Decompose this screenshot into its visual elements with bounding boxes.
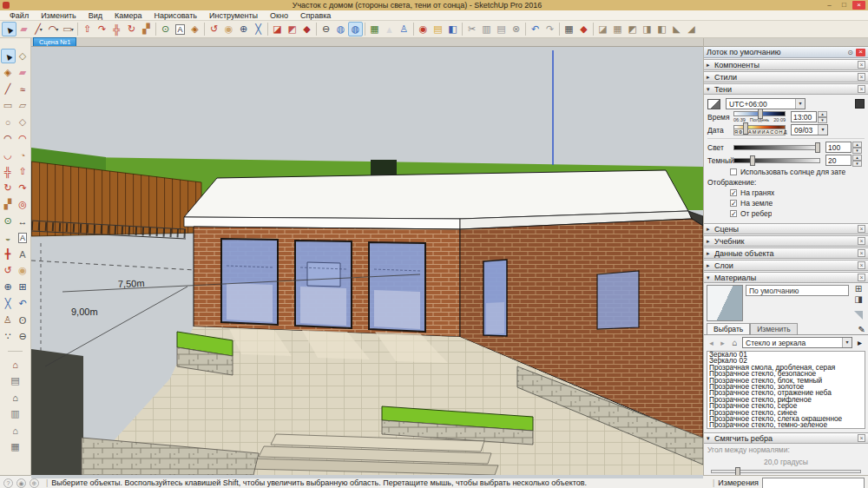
rotate-tool-button[interactable]: ↻ <box>124 22 139 36</box>
panel-close-button[interactable]: × <box>858 85 865 93</box>
time-slider[interactable] <box>733 111 786 116</box>
line-tool-button[interactable]: ╱▾ <box>31 22 46 36</box>
chevron-down-icon[interactable]: ▾ <box>795 99 805 109</box>
collection-select[interactable]: Стекло и зеркала ▾ <box>742 337 852 348</box>
arc-tool-button[interactable]: ◠▾ <box>46 22 61 36</box>
print-button[interactable]: ▦ <box>562 22 576 36</box>
menu-draw[interactable]: Нарисовать <box>148 11 203 20</box>
follow-me-tool-button[interactable]: ↷ <box>95 22 109 36</box>
3d-text-tool-button[interactable]: A <box>16 247 30 261</box>
push-pull-tool-button[interactable]: ⇧ <box>80 22 95 36</box>
panel-shadows-header[interactable]: ▾ Тени × <box>704 83 868 95</box>
menu-window[interactable]: Окно <box>264 11 294 20</box>
house-roof[interactable] <box>184 170 688 219</box>
panel-close-button[interactable]: × <box>858 261 865 269</box>
arc-tool-button[interactable]: ◠ <box>1 131 16 146</box>
timezone-select[interactable]: UTC+06:00 ▾ <box>726 98 806 109</box>
save-file-button[interactable]: ◧ <box>445 22 460 36</box>
from-scratch-button[interactable]: ▦ <box>610 22 625 36</box>
menu-camera[interactable]: Камера <box>108 11 148 20</box>
text-tool-button[interactable]: A <box>173 22 187 36</box>
forward-arrow-icon[interactable]: ▸ <box>718 339 727 347</box>
back-arrow-icon[interactable]: ◂ <box>707 339 716 347</box>
tape-measure-tool-button[interactable]: ⊙ <box>158 22 173 36</box>
details-arrow-icon[interactable]: ▸ <box>854 338 865 347</box>
tape-measure-tool-button[interactable]: ⊙ <box>1 214 16 228</box>
maximize-button[interactable]: □ <box>838 1 851 10</box>
from-edges-checkbox[interactable]: ✓ <box>730 210 737 217</box>
minimize-button[interactable]: – <box>823 1 836 10</box>
select-tool-button[interactable]: ▲ <box>1 49 16 63</box>
viewport-canvas[interactable]: 7,50m 9,00m <box>31 47 703 475</box>
add-detail-button[interactable]: ◣ <box>669 22 684 36</box>
panel-layers-header[interactable]: ▸ Слои × <box>704 260 868 271</box>
union-tool-button[interactable]: ⌂ <box>8 390 23 405</box>
shadows-dialog-button[interactable]: ◪ <box>270 22 285 36</box>
dark-input[interactable]: 20 <box>825 155 852 166</box>
measurements-input[interactable] <box>762 478 865 488</box>
pie-tool-button[interactable]: ◔ <box>16 148 30 162</box>
spin-down-icon[interactable]: ▾ <box>852 148 862 154</box>
date-slider-knob[interactable] <box>743 122 748 135</box>
polygon-tool-button[interactable]: ◇ <box>16 115 30 129</box>
close-button[interactable]: × <box>852 1 865 10</box>
spin-up-icon[interactable]: ▴ <box>852 142 862 148</box>
three-point-arc-tool-button[interactable]: ◡ <box>1 148 16 162</box>
chevron-down-icon[interactable]: ▾ <box>842 338 852 347</box>
orbit-tool-button[interactable]: ↺ <box>1 263 16 278</box>
trim-tool-button[interactable]: ⌂ <box>8 423 23 438</box>
menu-help[interactable]: Справка <box>294 11 337 20</box>
two-point-arc-tool-button[interactable]: ◠ <box>16 131 30 146</box>
light-slider-knob[interactable] <box>815 142 820 153</box>
pan-tool-button[interactable]: ◉ <box>221 22 236 36</box>
angle-slider[interactable] <box>711 470 861 473</box>
panel-components-header[interactable]: ▸ Компоненты × <box>704 59 868 70</box>
panel-close-button[interactable]: × <box>858 274 865 281</box>
rectangle-tool-button[interactable]: ▭ <box>1 98 16 113</box>
date-slider[interactable] <box>733 125 786 129</box>
orbit-tool-button[interactable]: ↺ <box>207 22 221 36</box>
rotate-tool-button[interactable]: ↻ <box>1 181 16 195</box>
spin-down-icon[interactable]: ▾ <box>818 117 827 123</box>
fog-dialog-button[interactable]: ◩ <box>285 22 299 36</box>
spin-down-icon[interactable]: ▾ <box>852 161 862 167</box>
look-around-tool-button[interactable]: ʘ <box>16 313 30 327</box>
position-camera-tool-button[interactable]: ♙ <box>1 313 16 327</box>
shadow-display-icon[interactable] <box>855 99 865 109</box>
help-icon[interactable]: ? <box>3 478 13 488</box>
tray-header[interactable]: Лоток по умолчанию ⊙ × <box>704 47 868 58</box>
dimension-tool-button[interactable]: ↔ <box>16 214 30 228</box>
menu-edit[interactable]: Изменить <box>35 11 82 20</box>
light-input[interactable]: 100 <box>825 142 852 153</box>
walk-tool-button[interactable]: ∵ <box>1 329 16 344</box>
on-faces-checkbox[interactable]: ✓ <box>730 189 737 196</box>
eraser-tool-button[interactable]: ▰ <box>16 65 30 80</box>
panel-close-button[interactable]: × <box>858 73 865 81</box>
select-tool-button[interactable]: ▲ <box>2 22 16 36</box>
drape-button[interactable]: ◧ <box>654 22 669 36</box>
time-input[interactable]: 13:00 <box>791 111 817 122</box>
shaded-ground[interactable] <box>31 349 83 475</box>
push-pull-tool-button[interactable]: ⇧ <box>16 164 30 179</box>
cut-button[interactable]: ✂ <box>464 22 479 36</box>
dark-spinner[interactable]: ▴ ▾ <box>852 155 862 166</box>
scale-tool-button[interactable]: ▞ <box>139 22 154 36</box>
use-sun-checkbox[interactable] <box>730 168 737 175</box>
geolocation-icon[interactable]: ⊕ <box>30 478 39 488</box>
redo-button[interactable]: ↷ <box>542 22 557 36</box>
smoove-button[interactable]: ◩ <box>625 22 640 36</box>
eraser-tool-button[interactable]: ▰ <box>16 22 31 36</box>
stamp-button[interactable]: ◨ <box>640 22 654 36</box>
erase-selected-button[interactable]: ⊗ <box>509 22 523 36</box>
photo-match-button[interactable]: ◆ <box>299 22 314 36</box>
light-spinner[interactable]: ▴ ▾ <box>852 142 862 153</box>
model-viewport[interactable]: 7,50m 9,00m <box>31 47 703 478</box>
paste-button[interactable]: ▤ <box>494 22 509 36</box>
spin-up-icon[interactable]: ▴ <box>852 155 862 161</box>
panel-materials-header[interactable]: ▾ Материалы × <box>704 272 868 283</box>
tray-close-icon[interactable]: × <box>856 49 865 56</box>
zoom-tool-button[interactable]: ⊕ <box>1 280 16 294</box>
copy-button[interactable]: ▥ <box>479 22 494 36</box>
date-select[interactable]: 09/03 ▾ <box>791 124 828 135</box>
home-icon[interactable]: ⌂ <box>729 338 740 347</box>
